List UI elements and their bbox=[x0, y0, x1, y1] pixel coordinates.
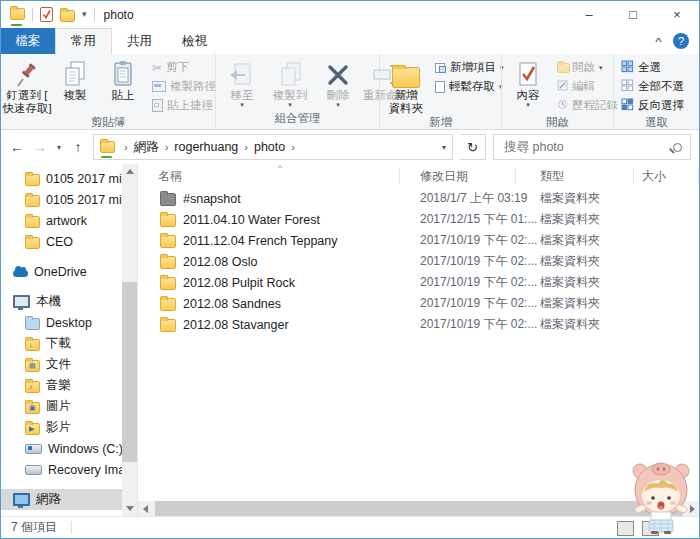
maximize-button[interactable]: □ bbox=[611, 1, 655, 28]
copy-path-button[interactable]: 複製路徑 bbox=[147, 77, 221, 96]
group-label-organize: 組合管理 bbox=[218, 111, 377, 129]
scrollbar-thumb[interactable] bbox=[122, 282, 137, 462]
paste-button[interactable]: 貼上 bbox=[99, 55, 147, 102]
horizontal-scrollbar[interactable] bbox=[138, 501, 699, 516]
up-button[interactable]: ↑ bbox=[70, 139, 86, 155]
file-row-oslo[interactable]: 2012.08 Oslo 2017/10/19 下午 02:... 檔案資料夾 bbox=[138, 251, 699, 272]
column-header-size[interactable]: 大小 bbox=[634, 164, 699, 188]
column-header-type[interactable]: 類型 bbox=[516, 164, 634, 188]
tab-share[interactable]: 共用 bbox=[112, 28, 167, 54]
recent-locations-dropdown-icon[interactable]: ▾ bbox=[55, 143, 63, 152]
new-item-icon bbox=[435, 63, 446, 73]
folder-icon bbox=[25, 237, 40, 249]
invert-selection-button[interactable]: 反向選擇 bbox=[616, 96, 689, 115]
select-all-icon bbox=[621, 60, 634, 75]
folder-icon bbox=[25, 174, 40, 186]
sidebar-item-network[interactable]: 網路 bbox=[1, 489, 137, 510]
move-to-button[interactable]: 移至 ▾ bbox=[218, 55, 266, 107]
tab-home[interactable]: 常用 bbox=[55, 28, 112, 54]
sidebar-item-pictures[interactable]: ▣圖片 bbox=[1, 396, 137, 417]
address-dropdown-icon[interactable]: ▾ bbox=[442, 143, 446, 152]
sidebar-item-documents[interactable]: ▤文件 bbox=[1, 354, 137, 375]
search-input[interactable] bbox=[502, 139, 673, 155]
explorer-window: ▾ photo – □ × 檔案 常用 共用 檢視 ^ ? bbox=[0, 0, 700, 539]
file-list-pane: 名稱 ^ 修改日期 類型 大小 #snapshot 2018/1/7 上午 03… bbox=[138, 164, 699, 516]
select-none-icon bbox=[621, 79, 634, 94]
copy-button[interactable]: 複製 bbox=[51, 55, 99, 102]
scroll-down-icon[interactable] bbox=[126, 506, 134, 511]
crumb-separator-icon: › bbox=[286, 141, 300, 153]
select-all-button[interactable]: 全選 bbox=[616, 58, 689, 77]
forward-button[interactable]: → bbox=[32, 139, 48, 155]
breadcrumb-photo[interactable]: photo bbox=[254, 140, 285, 154]
breadcrumb-network[interactable]: 網路 bbox=[134, 139, 159, 156]
system-drive-icon bbox=[25, 444, 42, 454]
sidebar-item-recovery-image[interactable]: Recovery Image bbox=[1, 459, 137, 480]
edit-icon bbox=[557, 80, 568, 93]
delete-button[interactable]: 刪除 ▾ bbox=[314, 55, 362, 107]
column-header-date-modified[interactable]: 修改日期 bbox=[400, 164, 516, 188]
sidebar-vertical-scrollbar[interactable] bbox=[122, 164, 137, 516]
folder-icon bbox=[160, 277, 176, 290]
sidebar-item-this-pc[interactable]: 本機 bbox=[1, 291, 137, 312]
new-folder-qat-icon[interactable] bbox=[60, 10, 75, 22]
group-select: 全選 全部不選 反向選擇 選取 bbox=[613, 54, 699, 129]
scroll-up-icon[interactable] bbox=[126, 169, 134, 174]
collapse-ribbon-icon[interactable]: ^ bbox=[655, 36, 662, 46]
address-bar: ← → ▾ ↑ › 網路 › rogerhuang › photo › ▾ ↻ bbox=[1, 130, 699, 164]
breadcrumb-rogerhuang[interactable]: rogerhuang bbox=[174, 140, 238, 154]
sidebar-item-windows-c[interactable]: Windows (C:) bbox=[1, 438, 137, 459]
file-row-french-teppany[interactable]: 2011.12.04 French Teppany 2017/10/19 下午 … bbox=[138, 230, 699, 251]
scroll-left-icon[interactable] bbox=[143, 505, 148, 513]
window-title: photo bbox=[104, 8, 134, 22]
tab-file[interactable]: 檔案 bbox=[1, 28, 55, 54]
properties-button[interactable]: 內容 ▾ bbox=[504, 55, 552, 107]
search-icon[interactable] bbox=[673, 143, 682, 152]
file-row-snapshot[interactable]: #snapshot 2018/1/7 上午 03:19 檔案資料夾 bbox=[138, 188, 699, 209]
scrollbar-thumb[interactable] bbox=[155, 501, 683, 516]
file-row-water-forest[interactable]: 2011.04.10 Water Forest 2017/12/15 下午 01… bbox=[138, 209, 699, 230]
qat-dropdown-icon[interactable]: ▾ bbox=[82, 12, 87, 17]
tab-view[interactable]: 檢視 bbox=[167, 28, 222, 54]
sidebar-item-desktop[interactable]: Desktop bbox=[1, 312, 137, 333]
sort-ascending-icon: ^ bbox=[278, 164, 282, 172]
sidebar-item-ceo[interactable]: CEO bbox=[1, 231, 137, 252]
help-button[interactable]: ? bbox=[673, 33, 689, 49]
sidebar-item-videos[interactable]: ▶影片 bbox=[1, 417, 137, 438]
minimize-button[interactable]: – bbox=[567, 1, 611, 28]
network-folder-icon[interactable] bbox=[10, 6, 25, 24]
folder-icon bbox=[160, 214, 176, 227]
refresh-button[interactable]: ↻ bbox=[460, 134, 486, 160]
breadcrumb[interactable]: › 網路 › rogerhuang › photo › ▾ bbox=[93, 134, 453, 160]
sidebar-item-onedrive[interactable]: OneDrive bbox=[1, 261, 137, 282]
folder-icon bbox=[160, 235, 176, 248]
sidebar-item-0105-2017-miles-1[interactable]: 0105 2017 miles bbox=[1, 168, 137, 189]
file-row-pulpit-rock[interactable]: 2012.08 Pulpit Rock 2017/10/19 下午 02:...… bbox=[138, 272, 699, 293]
search-box[interactable] bbox=[493, 134, 691, 160]
crumb-separator-icon: › bbox=[239, 141, 253, 153]
folder-icon bbox=[25, 195, 40, 207]
properties-qat-icon[interactable] bbox=[40, 7, 53, 22]
easy-access-button[interactable]: 輕鬆存取 ▾ bbox=[430, 77, 509, 96]
sidebar-item-artwork[interactable]: artwork bbox=[1, 210, 137, 231]
copy-to-button[interactable]: 複製到 ▾ bbox=[266, 55, 314, 107]
close-button[interactable]: × bbox=[655, 1, 699, 28]
new-item-button[interactable]: 新增項目 ▾ bbox=[430, 58, 509, 77]
navigation-pane: 0105 2017 miles 0105 2017 miles artwork … bbox=[1, 164, 138, 516]
select-none-button[interactable]: 全部不選 bbox=[616, 77, 689, 96]
cut-button[interactable]: ✂ 剪下 bbox=[147, 58, 221, 77]
column-header-name[interactable]: 名稱 bbox=[138, 164, 400, 188]
sidebar-item-downloads[interactable]: ↓下載 bbox=[1, 333, 137, 354]
pin-to-quick-access-button[interactable]: 釘選到 [ 快速存取] bbox=[3, 55, 51, 115]
sidebar-item-0105-2017-miles-2[interactable]: 0105 2017 miles bbox=[1, 189, 137, 210]
copy-to-icon bbox=[277, 57, 303, 89]
group-label-new: 新增 bbox=[382, 115, 499, 133]
onedrive-icon bbox=[13, 270, 28, 277]
back-button[interactable]: ← bbox=[9, 139, 25, 155]
desktop-icon bbox=[25, 318, 40, 330]
paste-shortcut-button[interactable]: 貼上捷徑 bbox=[147, 96, 221, 115]
file-row-sandnes[interactable]: 2012.08 Sandnes 2017/10/19 下午 02:... 檔案資… bbox=[138, 293, 699, 314]
properties-icon bbox=[518, 57, 538, 89]
file-row-stavanger[interactable]: 2012.08 Stavanger 2017/10/19 下午 02:... 檔… bbox=[138, 314, 699, 335]
sidebar-item-music[interactable]: ♪音樂 bbox=[1, 375, 137, 396]
